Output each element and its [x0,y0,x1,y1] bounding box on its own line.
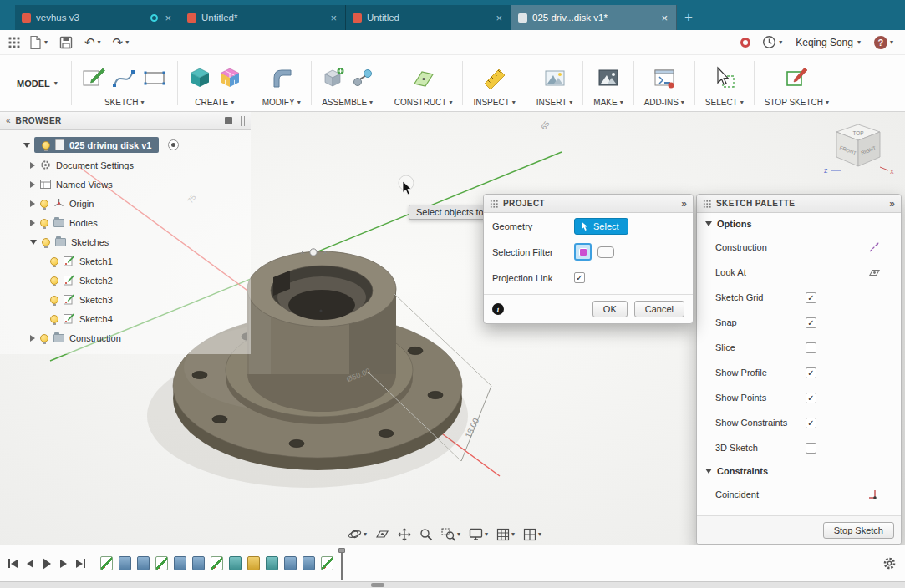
addins-menu[interactable]: ADD-INS▾ [644,96,684,107]
create-menu[interactable]: CREATE▾ [195,96,234,107]
timeline-extrude-feature-icon[interactable] [303,556,315,570]
timeline-sketch-feature-icon[interactable] [100,556,113,570]
construction-line-icon[interactable] [868,241,880,253]
inspect-menu[interactable]: INSPECT▾ [473,96,515,107]
slice-checkbox[interactable]: ✓ [806,342,816,353]
expand-toggle-icon[interactable] [30,335,35,342]
timeline-revolve-feature-icon[interactable] [229,556,242,570]
timeline-hole-feature-icon[interactable] [247,556,260,570]
visibility-bulb-icon[interactable] [40,334,48,342]
go-to-end-button[interactable] [76,559,85,568]
insert-canvas-icon[interactable] [543,66,567,89]
chevron-down-icon[interactable]: ▾ [98,39,101,46]
close-icon[interactable]: × [328,13,338,23]
save-button[interactable] [56,34,76,51]
project-dialog-header[interactable]: PROJECT » [484,195,693,213]
expand-toggle-icon[interactable] [23,143,30,148]
go-to-start-button[interactable] [8,559,18,568]
expand-toggle-icon[interactable] [30,181,35,188]
constraints-section-header[interactable]: Constraints [697,460,901,482]
tab-untitled-2[interactable]: Untitled × [346,5,511,30]
play-button[interactable] [43,558,51,570]
snap-checkbox[interactable]: ✓ [806,317,816,328]
timeline-extrude-feature-icon[interactable] [174,556,186,570]
timeline-extrude-feature-icon[interactable] [137,556,150,570]
visibility-bulb-icon[interactable] [40,219,48,227]
pattern-box-icon[interactable] [218,66,242,89]
stop-sketch-icon[interactable] [785,66,808,89]
modify-menu[interactable]: MODIFY▾ [262,96,301,107]
job-status-button[interactable]: ▾ [759,33,786,51]
orbit-button[interactable]: ▾ [348,527,367,541]
fillet-icon[interactable] [270,66,293,89]
assemble-menu[interactable]: ASSEMBLE▾ [322,96,373,107]
visibility-bulb-icon[interactable] [42,238,50,246]
select-geometry-button[interactable]: Select [574,218,628,235]
record-button[interactable] [737,36,754,49]
stop-sketch-menu[interactable]: STOP SKETCH▾ [765,96,829,107]
expand-toggle-icon[interactable] [30,162,35,169]
expand-toggle-icon[interactable] [30,240,37,245]
file-menu-button[interactable]: ▾ [25,33,51,52]
sketch-menu[interactable]: SKETCH▾ [104,96,145,107]
visibility-bulb-icon[interactable] [50,296,58,304]
chevron-down-icon[interactable]: ▾ [125,39,129,46]
timeline-scrollbar[interactable] [0,581,905,588]
timeline-settings-gear-icon[interactable] [882,556,897,570]
ok-button[interactable]: OK [592,301,628,317]
expand-toggle-icon[interactable] [30,200,35,207]
undo-button[interactable]: ↶ ▾ [81,34,104,50]
info-icon[interactable]: i [492,303,504,315]
measure-icon[interactable] [482,66,507,89]
tab-driving-disk[interactable]: 025 driv...disk v1* × [511,5,677,30]
joint-icon[interactable] [352,66,374,89]
filter-bodies-button[interactable] [597,246,614,258]
expand-panel-icon[interactable]: » [889,198,895,210]
timeline-extrude-feature-icon[interactable] [192,556,205,570]
show-profile-checkbox[interactable]: ✓ [806,368,816,378]
close-icon[interactable]: × [494,13,504,23]
create-sketch-icon[interactable] [82,66,105,89]
grid-settings-button[interactable]: ▾ [496,528,515,541]
look-at-icon[interactable] [868,267,881,278]
close-icon[interactable]: × [659,13,669,23]
timeline-sketch-feature-icon[interactable] [211,556,223,570]
visibility-bulb-icon[interactable] [40,200,48,208]
show-constraints-checkbox[interactable]: ✓ [806,418,816,428]
workspace-selector[interactable]: MODEL ▾ [7,55,71,111]
construct-menu[interactable]: CONSTRUCT▾ [394,96,453,107]
filter-specified-entities-button[interactable] [574,243,592,261]
construction-plane-icon[interactable] [411,66,436,89]
look-at-button[interactable] [375,528,389,540]
visibility-bulb-icon[interactable] [50,257,58,266]
new-tab-button[interactable]: + [677,5,700,30]
show-points-checkbox[interactable]: ✓ [806,393,816,403]
3d-sketch-checkbox[interactable]: ✓ [806,443,816,454]
coincident-constraint-icon[interactable] [868,489,880,499]
browser-header[interactable]: « BROWSER [0,112,251,130]
cancel-button[interactable]: Cancel [634,301,684,317]
fit-button[interactable]: ▾ [441,528,460,541]
tree-item-sketch2[interactable]: Sketch2 [0,271,251,290]
expand-panel-icon[interactable]: » [681,198,687,210]
rectangle-tool-icon[interactable] [142,66,167,89]
select-menu[interactable]: SELECT▾ [705,96,744,107]
create-solid-icon[interactable] [188,66,211,89]
tab-vevhus[interactable]: vevhus v3 × [15,5,180,30]
sketch-palette-header[interactable]: SKETCH PALETTE » [697,195,901,213]
visibility-bulb-icon[interactable] [42,141,50,150]
tree-item-sketch3[interactable]: Sketch3 [0,290,251,309]
zoom-button[interactable] [419,528,433,541]
tree-item-sketch4[interactable]: Sketch4 [0,309,251,328]
close-icon[interactable]: × [163,13,173,23]
tree-item-named-views[interactable]: Named Views [0,175,251,194]
tree-item-construction[interactable]: Construction [0,328,251,347]
app-launcher-icon[interactable] [8,37,20,48]
scrollbar-thumb[interactable] [371,583,384,587]
timeline-sketch-feature-icon[interactable] [155,556,168,570]
timeline-position-marker[interactable] [338,548,346,580]
tree-item-document-settings[interactable]: Document Settings [0,155,251,175]
timeline-extrude-feature-icon[interactable] [284,556,297,570]
options-section-header[interactable]: Options [697,213,901,235]
timeline-extrude-feature-icon[interactable] [119,556,131,570]
